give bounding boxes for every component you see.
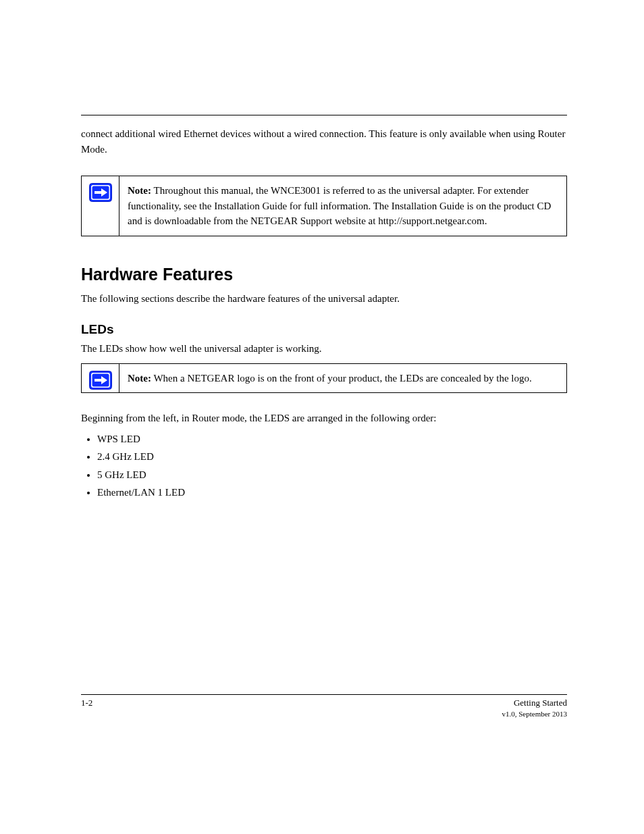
note-arrow-icon (89, 371, 112, 390)
led-list: WPS LED 2.4 GHz LED 5 GHz LED Ethernet/L… (81, 432, 567, 500)
page-number: 1-2 (81, 698, 92, 708)
list-item: Ethernet/LAN 1 LED (97, 485, 567, 500)
hardware-features-heading: Hardware Features (81, 265, 567, 284)
note-box-2: Note: When a NETGEAR logo is on the fron… (81, 363, 567, 394)
leds-para: The LEDs show how well the universal ada… (81, 341, 567, 357)
footer-version: v1.0, September 2013 (81, 710, 567, 718)
note-text-2: Note: When a NETGEAR logo is on the fron… (119, 364, 566, 393)
top-rule (81, 115, 567, 115)
note-arrow-icon (89, 183, 112, 202)
list-intro: Beginning from the left, in Router mode,… (81, 411, 567, 426)
note-icon-cell-2 (82, 364, 119, 393)
hardware-features-para: The following sections describe the hard… (81, 291, 567, 307)
leds-heading: LEDs (81, 322, 567, 337)
page: connect additional wired Ethernet device… (0, 0, 644, 834)
svg-rect-7 (95, 379, 102, 382)
note-label-2: Note: (128, 373, 151, 384)
list-item: 5 GHz LED (97, 467, 567, 483)
footer-row: 1-2 Getting Started (81, 695, 567, 708)
note-body-1: Throughout this manual, the WNCE3001 is … (128, 185, 551, 226)
content-area: connect additional wired Ethernet device… (81, 115, 567, 503)
page-footer: 1-2 Getting Started v1.0, September 2013 (81, 694, 567, 718)
footer-title: Getting Started (92, 698, 567, 708)
note-label: Note: (128, 185, 151, 196)
note-icon-cell (82, 176, 119, 236)
list-item: 2.4 GHz LED (97, 449, 567, 465)
intro-paragraph: connect additional wired Ethernet device… (81, 126, 567, 157)
note-text-1: Note: Throughout this manual, the WNCE30… (119, 176, 566, 236)
list-item: WPS LED (97, 432, 567, 447)
note-body-2: When a NETGEAR logo is on the front of y… (151, 373, 532, 384)
svg-rect-3 (95, 191, 102, 194)
note-box-1: Note: Throughout this manual, the WNCE30… (81, 176, 567, 236)
